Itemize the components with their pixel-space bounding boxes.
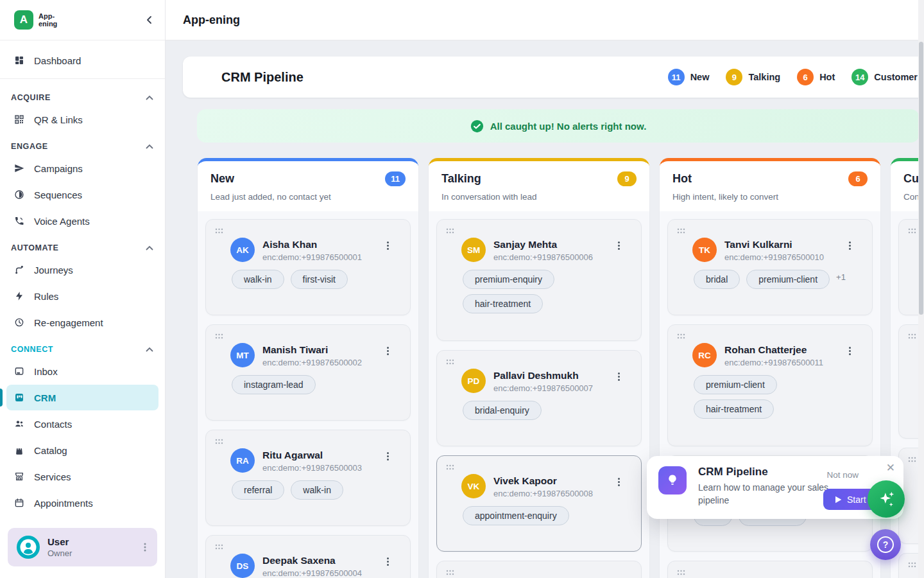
column-count-badge: 9 bbox=[617, 171, 637, 186]
sidebar-item-voice-agents[interactable]: Voice Agents bbox=[6, 208, 158, 234]
lead-card[interactable]: MT Manish Tiwari enc:demo:+919876500002 … bbox=[205, 324, 411, 421]
column-new: New 11 Lead just added, no contact yet A… bbox=[198, 158, 418, 578]
lead-phone: enc:demo:+919876500002 bbox=[262, 358, 376, 367]
drag-handle-icon[interactable] bbox=[677, 333, 685, 339]
lead-name: Deepak Saxena bbox=[262, 554, 376, 566]
sidebar-item-dashboard[interactable]: Dashboard bbox=[6, 48, 158, 73]
drag-handle-icon[interactable] bbox=[908, 457, 916, 462]
close-icon[interactable]: ✕ bbox=[886, 462, 895, 473]
phone-icon bbox=[14, 216, 24, 226]
check-circle-icon bbox=[470, 119, 484, 133]
drag-handle-icon[interactable] bbox=[908, 228, 916, 234]
avatar: PD bbox=[461, 369, 486, 393]
tag-chip: appointment-enquiry bbox=[463, 506, 569, 525]
lead-card[interactable]: AK Amit Kumar bbox=[667, 561, 873, 578]
lead-name: Aisha Khan bbox=[262, 238, 376, 250]
drag-handle-icon[interactable] bbox=[446, 228, 454, 234]
drag-handle-icon[interactable] bbox=[677, 570, 685, 575]
not-now-button[interactable]: Not now bbox=[826, 470, 859, 480]
lead-phone: enc:demo:+919876500008 bbox=[493, 489, 607, 498]
play-icon bbox=[835, 496, 842, 504]
sidebar-item-catalog[interactable]: Catalog bbox=[6, 437, 158, 463]
tag-chip: bridal bbox=[694, 270, 740, 289]
user-card[interactable]: User Owner bbox=[8, 528, 157, 566]
column-talking: Talking 9 In conversation with lead SM S… bbox=[429, 158, 649, 578]
sidebar-item-rules[interactable]: Rules bbox=[6, 283, 158, 309]
lead-card[interactable]: AK Aisha Khan enc:demo:+919876500001 wal… bbox=[205, 219, 411, 315]
lead-card[interactable]: VK Vivek Kapoor enc:demo:+919876500008 a… bbox=[436, 455, 642, 552]
avatar: AK bbox=[230, 238, 255, 262]
stage-new: 11 New bbox=[668, 69, 710, 85]
kebab-menu-icon[interactable] bbox=[384, 557, 392, 566]
sidebar-item-journeys[interactable]: Journeys bbox=[6, 257, 158, 283]
kebab-menu-icon[interactable] bbox=[615, 241, 623, 250]
drag-handle-icon[interactable] bbox=[215, 228, 223, 234]
drag-handle-icon[interactable] bbox=[908, 562, 916, 568]
kebab-menu-icon[interactable] bbox=[615, 372, 623, 381]
kebab-menu-icon[interactable] bbox=[384, 451, 392, 461]
qr-icon bbox=[14, 114, 24, 125]
scrollbar-thumb[interactable] bbox=[919, 42, 923, 315]
drag-handle-icon[interactable] bbox=[215, 439, 223, 444]
help-button[interactable]: ? bbox=[870, 529, 901, 560]
kebab-menu-icon[interactable] bbox=[384, 346, 392, 356]
sidebar-item-crm[interactable]: CRM bbox=[6, 385, 158, 410]
tag-chip: instagram-lead bbox=[232, 375, 316, 394]
ai-assistant-button[interactable] bbox=[868, 480, 905, 518]
drag-handle-icon[interactable] bbox=[215, 333, 223, 339]
column-title: Hot bbox=[672, 172, 692, 186]
kebab-menu-icon[interactable] bbox=[141, 542, 150, 552]
drag-handle-icon[interactable] bbox=[215, 544, 223, 550]
lead-card[interactable]: TK Tanvi Kulkarni enc:demo:+919876500010… bbox=[667, 219, 873, 315]
sidebar-item-appointments[interactable]: Appointments bbox=[6, 490, 158, 516]
user-role: Owner bbox=[47, 548, 72, 558]
drag-handle-icon[interactable] bbox=[446, 570, 454, 575]
chevron-up-icon bbox=[146, 347, 153, 352]
alert-text: All caught up! No alerts right now. bbox=[490, 121, 647, 132]
drag-handle-icon[interactable] bbox=[446, 464, 454, 470]
sidebar-item-qr-links[interactable]: QR & Links bbox=[6, 107, 158, 132]
sidebar-section-connect[interactable]: CONNECT bbox=[0, 336, 165, 358]
tag-chip: referral bbox=[232, 480, 284, 500]
page-scrollbar[interactable] bbox=[918, 0, 924, 578]
lead-card[interactable]: DS Deepak Saxena enc:demo:+919876500004 bbox=[205, 535, 411, 578]
chevron-up-icon bbox=[146, 144, 153, 149]
sidebar-item-services[interactable]: Services bbox=[6, 464, 158, 489]
send-icon bbox=[14, 163, 24, 173]
popup-title: CRM Pipeline bbox=[698, 466, 768, 478]
lead-card[interactable]: NS Nandini Shetty bbox=[436, 561, 642, 578]
pipeline-title: CRM Pipeline bbox=[221, 70, 304, 85]
popup-body: Learn how to manage your sales pipeline bbox=[698, 482, 830, 507]
lead-card[interactable]: RA Ritu Agarwal enc:demo:+919876500003 r… bbox=[205, 430, 411, 526]
sidebar-item-label: Dashboard bbox=[34, 55, 81, 66]
sidebar-collapse-icon[interactable] bbox=[144, 15, 155, 25]
lead-card[interactable]: RC Rohan Chatterjee enc:demo:+9198765000… bbox=[667, 324, 873, 446]
drag-handle-icon[interactable] bbox=[677, 228, 685, 234]
tag-chip: walk-in bbox=[291, 480, 343, 500]
lead-card[interactable]: SM Sanjay Mehta enc:demo:+919876500006 p… bbox=[436, 219, 642, 341]
kebab-menu-icon[interactable] bbox=[846, 241, 854, 250]
sidebar-section-acquire[interactable]: ACQUIRE bbox=[0, 84, 165, 106]
tag-chip: premium-enquiry bbox=[463, 270, 554, 289]
sidebar-section-automate[interactable]: AUTOMATE bbox=[0, 234, 165, 256]
column-subtitle: Lead just added, no contact yet bbox=[210, 192, 406, 202]
sidebar-item-re-engagement[interactable]: Re-engagement bbox=[6, 310, 158, 335]
sidebar-item-sequences[interactable]: Sequences bbox=[6, 182, 158, 207]
lead-card[interactable]: PD Pallavi Deshmukh enc:demo:+9198765000… bbox=[436, 350, 642, 446]
lead-phone: enc:demo:+919876500010 bbox=[724, 252, 838, 262]
page-title: App-ening bbox=[183, 13, 240, 27]
sidebar-item-contacts[interactable]: Contacts bbox=[6, 411, 158, 437]
lead-name: Vivek Kapoor bbox=[493, 475, 607, 487]
sidebar-item-inbox[interactable]: Inbox bbox=[6, 358, 158, 384]
drag-handle-icon[interactable] bbox=[446, 359, 454, 365]
drag-handle-icon[interactable] bbox=[908, 333, 916, 339]
kebab-menu-icon[interactable] bbox=[384, 241, 392, 250]
tag-chip: hair-treatment bbox=[463, 294, 543, 313]
column-subtitle: In conversation with lead bbox=[441, 192, 637, 202]
sidebar-item-campaigns[interactable]: Campaigns bbox=[6, 155, 158, 181]
kebab-menu-icon[interactable] bbox=[846, 346, 854, 356]
chevron-up-icon bbox=[146, 245, 153, 250]
sidebar-section-engage[interactable]: ENGAGE bbox=[0, 133, 165, 155]
pipeline-header: CRM Pipeline 11 New 9 Talking 6 Hot 14 C… bbox=[183, 57, 924, 98]
kebab-menu-icon[interactable] bbox=[615, 477, 623, 487]
